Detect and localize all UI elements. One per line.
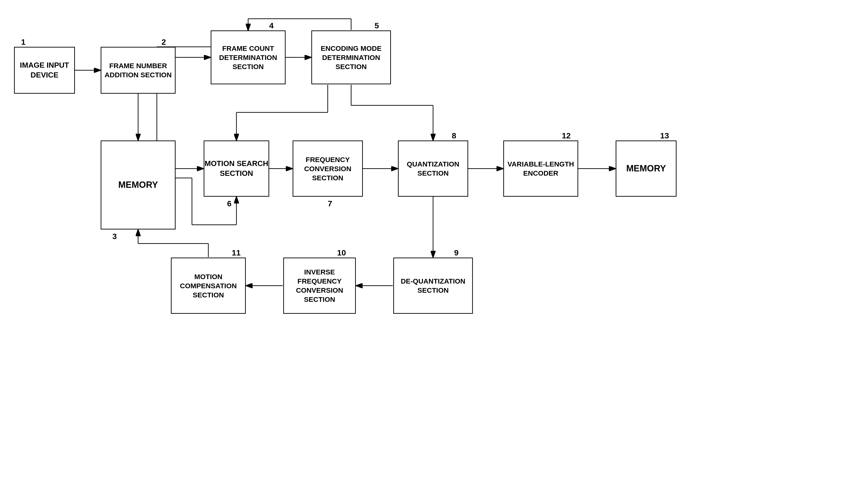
variable-length-label: VARIABLE-LENGTH ENCODER <box>504 159 578 178</box>
label-11: 11 <box>232 248 241 258</box>
freq-conversion-label: FREQUENCY CONVERSION SECTION <box>293 155 362 182</box>
motion-comp-block: MOTION COMPENSATION SECTION <box>171 258 246 314</box>
freq-conversion-block: FREQUENCY CONVERSION SECTION <box>292 141 363 197</box>
frame-count-block: FRAME COUNT DETERMINATION SECTION <box>211 30 286 84</box>
quantization-block: QUANTIZATION SECTION <box>398 141 468 197</box>
encoding-mode-block: ENCODING MODE DETERMINATION SECTION <box>311 30 391 84</box>
label-5: 5 <box>375 21 379 30</box>
variable-length-block: VARIABLE-LENGTH ENCODER <box>503 141 578 197</box>
inverse-freq-label: INVERSE FREQUENCY CONVERSION SECTION <box>284 267 355 304</box>
image-input-label: IMAGE INPUT DEVICE <box>20 60 69 80</box>
motion-search-block: MOTION SEARCH SECTION <box>204 141 269 197</box>
frame-count-label: FRAME COUNT DETERMINATION SECTION <box>211 44 285 71</box>
image-input-device-block: IMAGE INPUT DEVICE <box>14 47 75 94</box>
de-quant-label: DE-QUANTIZATION SECTION <box>394 276 472 295</box>
label-2: 2 <box>161 37 166 47</box>
memory-label: MEMORY <box>118 179 158 191</box>
label-6: 6 <box>227 199 231 208</box>
quantization-label: QUANTIZATION SECTION <box>399 159 467 178</box>
label-8: 8 <box>452 131 456 140</box>
memory2-block: MEMORY <box>616 141 677 197</box>
memory-block: MEMORY <box>101 141 176 230</box>
label-9: 9 <box>454 248 459 258</box>
label-3: 3 <box>112 232 117 241</box>
label-7: 7 <box>328 199 332 208</box>
frame-number-block: FRAME NUMBER ADDITION SECTION <box>101 47 176 94</box>
motion-search-label: MOTION SEARCH SECTION <box>204 159 269 178</box>
de-quant-block: DE-QUANTIZATION SECTION <box>393 258 473 314</box>
label-12: 12 <box>562 131 571 140</box>
motion-comp-label: MOTION COMPENSATION SECTION <box>172 272 245 300</box>
label-4: 4 <box>269 21 274 30</box>
frame-number-label: FRAME NUMBER ADDITION SECTION <box>101 61 175 80</box>
label-1: 1 <box>21 37 26 47</box>
label-13: 13 <box>660 131 669 140</box>
encoding-mode-label: ENCODING MODE DETERMINATION SECTION <box>312 44 390 71</box>
inverse-freq-block: INVERSE FREQUENCY CONVERSION SECTION <box>283 258 356 314</box>
memory2-label: MEMORY <box>626 163 666 174</box>
label-10: 10 <box>337 248 346 258</box>
